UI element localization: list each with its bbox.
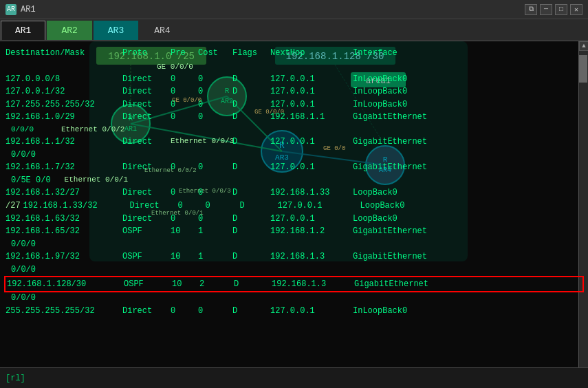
table-row: 192.168.1.97/32 OSPF 10 1 D 192.168.1.3 … — [6, 250, 582, 263]
tab-ar4[interactable]: AR4 — [140, 21, 184, 40]
header-dest: Destination/Mask — [6, 47, 122, 60]
close-button[interactable]: ✕ — [570, 4, 582, 15]
header-cost: Cost — [198, 47, 232, 60]
header-proto: Proto — [122, 47, 171, 60]
tab-ar1[interactable]: AR1 — [1, 21, 45, 40]
table-row: 192.168.1.65/32 OSPF 10 1 D 192.168.1.2 … — [6, 225, 582, 238]
title-bar-controls[interactable]: ⧉ ─ □ ✕ — [525, 4, 582, 15]
table-row: 127.0.0.1/32 Direct 0 0 D 127.0.0.1 InLo… — [6, 85, 582, 98]
window-title: AR1 — [21, 5, 36, 14]
table-row-continuation: 0/5E 0/0 Ethernet 0/0/1 — [6, 174, 582, 187]
header-pre: Pre — [171, 47, 198, 60]
maximize-button[interactable]: □ — [555, 4, 567, 15]
tab-ar2[interactable]: AR2 — [47, 21, 91, 40]
table-row: 127.255.255.255/32 Direct 0 0 D 127.0.0.… — [6, 98, 582, 111]
table-row: 192.168.1.0/29 Direct 0 0 D 192.168.1.1 … — [6, 111, 582, 124]
header-iface: Interface — [353, 47, 398, 60]
terminal-prompt: [rl] — [6, 374, 25, 383]
table-header-row: Destination/Mask Proto Pre Cost Flags Ne… — [6, 47, 582, 60]
table-row-continuation: 0/0/0 — [6, 149, 582, 162]
table-row-continuation: 0/0/0 — [6, 292, 582, 305]
title-bar: AR AR1 ⧉ ─ □ ✕ — [0, 0, 588, 19]
table-row: 255.255.255.255/32 Direct 0 0 D 127.0.0.… — [6, 305, 582, 318]
highlighted-route-row: 192.168.1.128/30 OSPF 10 2 D 192.168.1.3… — [6, 277, 582, 292]
tab-ar3[interactable]: AR3 — [94, 21, 138, 40]
main-content: 192.168.1.0 /25 192.168.1.128 /30 area1 … — [0, 41, 588, 388]
table-row: 127.0.0.0/8 Direct 0 0 D 127.0.0.1 InLoo… — [6, 73, 582, 86]
table-row-continuation: 0/0/0 — [6, 238, 582, 251]
table-row: 192.168.1.32/27 Direct 0 0 D 192.168.1.3… — [6, 186, 582, 200]
ge-label-row: GE 0/0/0 — [6, 61, 582, 73]
routing-table-terminal: Destination/Mask Proto Pre Cost Flags Ne… — [0, 41, 588, 367]
ge-label: GE 0/0/0 — [157, 61, 193, 73]
restore-button[interactable]: ⧉ — [525, 4, 537, 15]
status-bar: [rl] — [0, 367, 588, 388]
table-row: 192.168.1.1/32 Direct Ethernet 0/0/3 D 1… — [6, 136, 582, 149]
table-row-continuation: 0/0/0 — [6, 263, 582, 277]
app-icon: AR — [6, 4, 17, 15]
title-bar-left: AR AR1 — [6, 4, 36, 15]
tab-bar: AR1 AR2 AR3 AR4 — [0, 19, 588, 41]
table-row: 192.168.1.63/32 Direct 0 0 D 127.0.0.1 L… — [6, 213, 582, 226]
minimize-button[interactable]: ─ — [540, 4, 552, 15]
table-row: /27 192.168.1.33/32 Direct 0 0 D 127.0.0… — [6, 200, 582, 213]
header-nexthop: NextHop — [270, 47, 353, 60]
table-row: 192.168.1.7/32 Direct 0 0 D 127.0.0.1 Gi… — [6, 161, 582, 174]
header-flags: Flags — [232, 47, 270, 60]
table-row-continuation: 0/0/0 Ethernet 0/0/2 — [6, 124, 582, 136]
